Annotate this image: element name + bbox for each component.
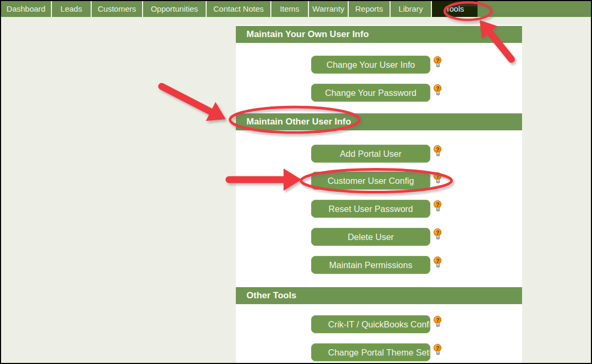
app-window: Dashboard Leads Customers Opportunities …	[0, 0, 592, 364]
help-lightbulb-icon[interactable]: ?	[434, 200, 442, 214]
help-bulb-base	[436, 92, 440, 95]
tab-dashboard[interactable]: Dashboard	[1, 1, 52, 17]
change-your-user-info-button[interactable]: Change Your User Info	[311, 56, 430, 74]
reset-user-password-button[interactable]: Reset User Password	[311, 200, 430, 218]
tab-items[interactable]: Items	[271, 1, 309, 17]
help-bulb-glass: ?	[434, 316, 441, 324]
tab-tools[interactable]: Tools	[432, 1, 478, 17]
help-bulb-glass: ?	[434, 172, 441, 180]
top-nav: Dashboard Leads Customers Opportunities …	[1, 1, 591, 17]
help-bulb-base	[436, 180, 440, 183]
help-bulb-base	[436, 236, 440, 239]
add-portal-user-button[interactable]: Add Portal User	[311, 145, 430, 163]
help-lightbulb-icon[interactable]: ?	[434, 256, 442, 270]
annotation-arrow-maintain-other-user-info	[162, 86, 226, 121]
help-bulb-base	[436, 323, 440, 327]
help-bulb-glass: ?	[434, 84, 441, 92]
tab-warranty[interactable]: Warranty	[309, 1, 349, 17]
help-lightbulb-icon[interactable]: ?	[434, 316, 442, 329]
help-bulb-glass: ?	[434, 56, 441, 64]
help-lightbulb-icon[interactable]: ?	[434, 228, 442, 242]
nav-filler	[478, 1, 591, 17]
help-lightbulb-icon[interactable]: ?	[434, 56, 442, 69]
help-bulb-base	[436, 153, 440, 156]
help-lightbulb-icon[interactable]: ?	[434, 84, 442, 97]
tab-reports[interactable]: Reports	[349, 1, 391, 17]
change-your-password-button[interactable]: Change Your Password	[311, 84, 430, 102]
section-header-maintain-other-user-info: Maintain Other User Info	[236, 113, 522, 130]
tab-library[interactable]: Library	[391, 1, 432, 17]
crik-it-quickbooks-config-button[interactable]: Crik-IT / QuickBooks Config M	[311, 315, 430, 333]
help-bulb-glass: ?	[434, 256, 441, 264]
help-bulb-glass: ?	[434, 344, 441, 352]
change-portal-theme-settings-button[interactable]: Change Portal Theme Setting	[311, 343, 430, 361]
help-bulb-base	[436, 264, 440, 268]
tab-leads[interactable]: Leads	[52, 1, 92, 17]
help-lightbulb-icon[interactable]: ?	[434, 344, 442, 357]
customer-user-config-button[interactable]: Customer User Config	[311, 172, 430, 190]
tab-contact-notes[interactable]: Contact Notes	[207, 1, 271, 17]
help-bulb-glass: ?	[434, 228, 441, 236]
help-bulb-base	[436, 208, 440, 211]
help-lightbulb-icon[interactable]: ?	[434, 145, 442, 158]
maintain-permissions-button[interactable]: Maintain Permissions	[311, 256, 430, 274]
help-lightbulb-icon[interactable]: ?	[434, 172, 442, 185]
help-bulb-base	[436, 351, 440, 355]
content-panel: Maintain Your Own User Info Change Your …	[236, 25, 522, 364]
help-bulb-base	[436, 64, 440, 67]
section-header-other-tools: Other Tools	[236, 287, 522, 304]
help-bulb-glass: ?	[434, 200, 441, 208]
tab-opportunities[interactable]: Opportunities	[143, 1, 207, 17]
section-header-maintain-your-own-user-info: Maintain Your Own User Info	[236, 26, 522, 43]
help-bulb-glass: ?	[434, 145, 441, 153]
tab-customers[interactable]: Customers	[92, 1, 143, 17]
delete-user-button[interactable]: Delete User	[311, 228, 430, 246]
